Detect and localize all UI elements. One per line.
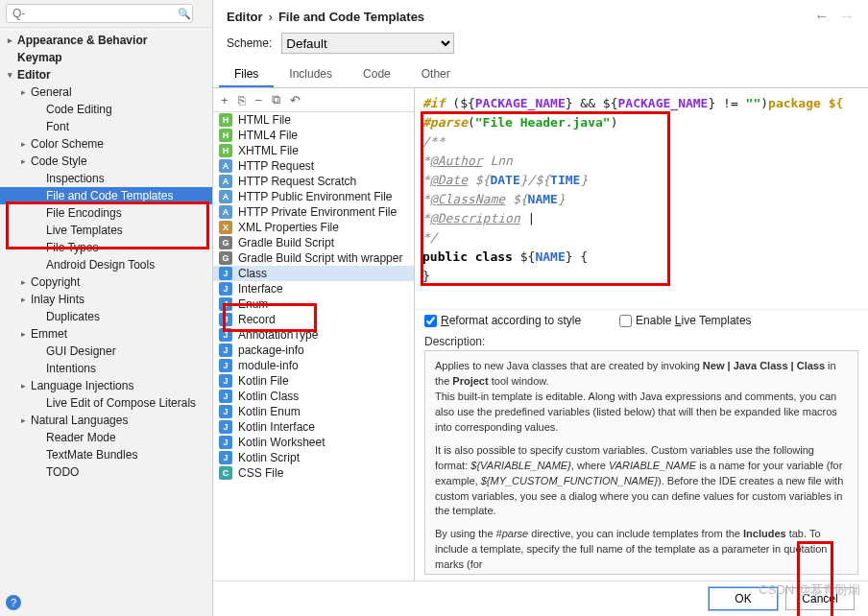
template-item[interactable]: JEnum	[213, 296, 414, 312]
file-type-icon: J	[219, 297, 232, 311]
breadcrumb: Editor › File and Code Templates	[227, 10, 424, 24]
nav-back-icon[interactable]: ←	[814, 8, 830, 25]
template-item[interactable]: JClass	[213, 266, 414, 281]
duplicate-button[interactable]: ⧉	[272, 92, 280, 107]
template-item[interactable]: GGradle Build Script	[213, 235, 414, 250]
description-label: Description:	[415, 331, 868, 350]
file-type-icon: G	[219, 251, 232, 265]
tree-item[interactable]: TextMate Bundles	[0, 446, 212, 463]
tree-item[interactable]: Live Templates	[0, 222, 212, 239]
tab-includes[interactable]: Includes	[274, 61, 348, 87]
template-item[interactable]: AHTTP Private Environment File	[213, 204, 414, 220]
template-item[interactable]: JKotlin Enum	[213, 404, 414, 419]
template-tabs: FilesIncludesCodeOther	[213, 61, 868, 88]
file-type-icon: H	[219, 113, 232, 127]
template-item[interactable]: JKotlin Class	[213, 389, 414, 404]
template-item[interactable]: XXML Properties File	[213, 220, 414, 235]
tree-item[interactable]: File and Code Templates	[0, 187, 212, 204]
live-templates-checkbox[interactable]: Enable Live Templates	[619, 314, 752, 327]
file-type-icon: A	[219, 175, 232, 188]
tree-item[interactable]: ▸Inlay Hints	[0, 291, 212, 308]
template-item[interactable]: GGradle Build Script with wrapper	[213, 250, 414, 266]
tab-files[interactable]: Files	[219, 61, 274, 87]
file-type-icon: J	[219, 451, 232, 464]
file-type-icon: J	[219, 405, 232, 418]
tree-item[interactable]: Android Design Tools	[0, 256, 212, 273]
template-item[interactable]: HXHTML File	[213, 143, 414, 158]
undo-button[interactable]: ↶	[290, 93, 301, 107]
tree-item[interactable]: ▸Natural Languages	[0, 412, 212, 429]
ok-button[interactable]: OK	[709, 587, 778, 610]
scheme-select[interactable]: Default	[281, 33, 454, 54]
tab-code[interactable]: Code	[348, 61, 406, 87]
template-file-list: HHTML FileHHTML4 FileHXHTML FileAHTTP Re…	[213, 112, 414, 580]
file-toolbar: + ⎘ − ⧉ ↶	[213, 88, 414, 112]
template-item[interactable]: JKotlin File	[213, 373, 414, 389]
file-type-icon: J	[219, 344, 232, 357]
search-icon: 🔍	[178, 8, 191, 20]
file-type-icon: J	[219, 282, 232, 296]
tree-item[interactable]: ▸Color Scheme	[0, 135, 212, 153]
tree-item[interactable]: GUI Designer	[0, 343, 212, 360]
template-item[interactable]: JKotlin Script	[213, 450, 414, 465]
scheme-label: Scheme:	[227, 36, 272, 50]
template-item[interactable]: JInterface	[213, 281, 414, 296]
template-item[interactable]: Jpackage-info	[213, 343, 414, 358]
template-item[interactable]: Jmodule-info	[213, 358, 414, 373]
cancel-button[interactable]: Cancel	[785, 587, 855, 610]
file-type-icon: H	[219, 144, 232, 157]
template-item[interactable]: JAnnotationType	[213, 327, 414, 343]
remove-button[interactable]: −	[255, 93, 263, 107]
template-item[interactable]: AHTTP Public Environment File	[213, 189, 414, 204]
file-type-icon: A	[219, 159, 232, 173]
tree-item[interactable]: TODO	[0, 463, 212, 481]
tree-item[interactable]: Reader Mode	[0, 429, 212, 446]
template-item[interactable]: JKotlin Interface	[213, 419, 414, 435]
tree-item[interactable]: ▸Copyright	[0, 273, 212, 291]
settings-tree: ▸Appearance & BehaviorKeymap▾Editor▸Gene…	[0, 28, 212, 616]
template-code-editor[interactable]: #if (${PACKAGE_NAME} && ${PACKAGE_NAME} …	[415, 88, 868, 309]
file-type-icon: C	[219, 466, 232, 480]
tree-item[interactable]: Intentions	[0, 360, 212, 377]
tree-item[interactable]: Duplicates	[0, 308, 212, 325]
nav-fwd-icon[interactable]: →	[839, 8, 855, 25]
template-item[interactable]: JKotlin Worksheet	[213, 435, 414, 450]
tree-item[interactable]: Keymap	[0, 49, 212, 66]
reformat-checkbox[interactable]: RReformat according to styleeformat acco…	[424, 314, 581, 327]
tree-item[interactable]: ▸Language Injections	[0, 377, 212, 394]
tree-item[interactable]: ▾Editor	[0, 66, 212, 83]
template-item[interactable]: AHTTP Request	[213, 158, 414, 174]
copy-button[interactable]: ⎘	[238, 93, 246, 107]
tree-item[interactable]: File Encodings	[0, 204, 212, 222]
tree-item[interactable]: Font	[0, 118, 212, 135]
tree-item[interactable]: ▸Emmet	[0, 325, 212, 343]
template-item[interactable]: CCSS File	[213, 465, 414, 481]
tree-item[interactable]: File Types	[0, 239, 212, 256]
tree-item[interactable]: ▸Code Style	[0, 153, 212, 170]
add-button[interactable]: +	[221, 93, 229, 107]
description-box: Applies to new Java classes that are cre…	[424, 350, 858, 575]
template-item[interactable]: HHTML4 File	[213, 128, 414, 143]
tree-item[interactable]: Live Edit of Compose Literals	[0, 394, 212, 412]
tree-item[interactable]: ▸General	[0, 83, 212, 101]
file-type-icon: J	[219, 436, 232, 449]
tab-other[interactable]: Other	[406, 61, 466, 87]
help-icon[interactable]: ?	[6, 595, 21, 610]
tree-item[interactable]: ▸Appearance & Behavior	[0, 32, 212, 49]
file-type-icon: J	[219, 390, 232, 403]
file-type-icon: G	[219, 236, 232, 249]
file-type-icon: J	[219, 420, 232, 434]
file-type-icon: X	[219, 221, 232, 234]
template-item[interactable]: HHTML File	[213, 112, 414, 128]
file-type-icon: J	[219, 328, 232, 342]
tree-item[interactable]: Inspections	[0, 170, 212, 187]
tree-item[interactable]: Code Editing	[0, 101, 212, 118]
search-bar: 🔍	[0, 0, 212, 28]
template-item[interactable]: JRecord	[213, 312, 414, 327]
file-type-icon: H	[219, 129, 232, 142]
template-item[interactable]: AHTTP Request Scratch	[213, 174, 414, 189]
file-type-icon: J	[219, 267, 232, 280]
file-type-icon: J	[219, 313, 232, 326]
search-input[interactable]	[6, 4, 193, 23]
file-type-icon: A	[219, 190, 232, 203]
